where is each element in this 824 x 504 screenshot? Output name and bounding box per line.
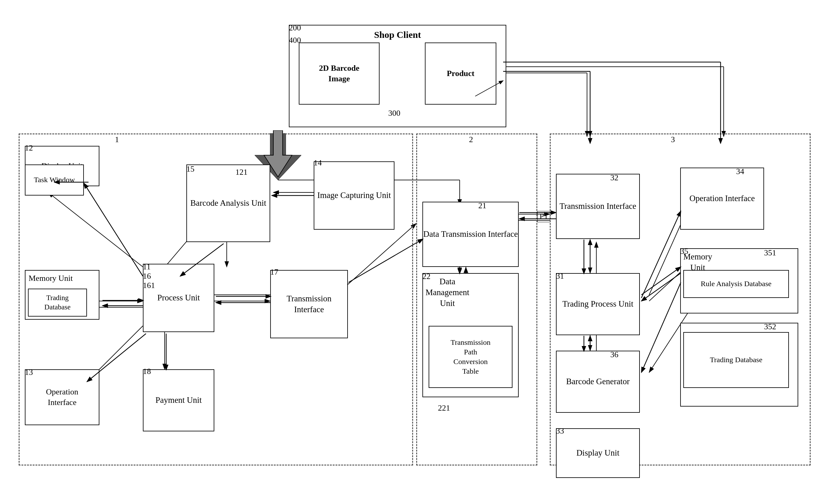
barcode-generator-box: Barcode Generator	[556, 351, 640, 413]
trading-database-label: TradingDatabase	[44, 293, 71, 312]
trading-db-2-label: Trading Database	[710, 355, 762, 365]
transmission-interface-2-box: Transmission Interface	[556, 174, 640, 239]
label-121: 121	[235, 167, 247, 177]
trading-database-box: TradingDatabase	[28, 289, 87, 317]
task-window-label: Task Window	[34, 175, 75, 184]
label-400: 400	[289, 36, 301, 45]
label-221: 221	[438, 403, 450, 413]
label-21: 21	[478, 201, 486, 211]
operation-interface-1-box: OperationInterface	[25, 369, 99, 425]
label-35: 35	[680, 247, 688, 256]
payment-unit-label: Payment Unit	[155, 395, 202, 406]
label-161: 161	[143, 281, 155, 290]
label-32: 32	[610, 173, 618, 182]
label-15: 15	[186, 164, 194, 174]
label-36: 36	[610, 350, 618, 359]
label-17: 17	[270, 267, 278, 277]
product-label: Product	[447, 68, 474, 79]
label-22: 22	[422, 272, 430, 281]
label-2: 2	[469, 135, 473, 144]
barcode-generator-label: Barcode Generator	[566, 376, 630, 387]
trading-db-2-box: Trading Database	[683, 332, 789, 388]
label-33: 33	[556, 426, 564, 436]
transmission-path-box: TransmissionPathConversionTable	[429, 326, 512, 388]
transmission-interface-1-label: Transmission Interface	[271, 293, 347, 315]
label-351: 351	[764, 248, 776, 258]
label-12: 12	[25, 143, 33, 153]
label-3: 3	[671, 135, 675, 144]
label-31: 31	[556, 271, 564, 281]
operation-interface-1-label: OperationInterface	[46, 387, 78, 408]
data-management-label: DataManagementUnit	[425, 276, 469, 309]
label-13: 13	[25, 368, 33, 377]
barcode-image-box: 2D BarcodeImage	[299, 42, 380, 105]
display-unit-2-label: Display Unit	[577, 448, 620, 459]
label-352: 352	[764, 322, 776, 332]
label-300: 300	[388, 109, 400, 118]
data-transmission-box: Data Transmission Interface	[422, 202, 519, 267]
task-window-box: Task Window	[25, 164, 84, 196]
transmission-interface-2-label: Transmission Interface	[559, 201, 636, 212]
image-capturing-box: Image Capturing Unit	[314, 161, 395, 230]
trading-process-label: Trading Process Unit	[562, 298, 634, 309]
trading-process-box: Trading Process Unit	[556, 273, 640, 335]
label-p1: P1	[537, 211, 550, 222]
diagram: Shop Client 2D BarcodeImage Product 200 …	[0, 0, 824, 504]
payment-unit-box: Payment Unit	[143, 369, 214, 431]
label-200: 200	[289, 23, 301, 33]
operation-interface-2-box: Operation Interface	[680, 167, 764, 230]
label-14: 14	[314, 158, 322, 167]
image-capturing-label: Image Capturing Unit	[317, 190, 391, 201]
rule-analysis-box: Rule Analysis Database	[683, 270, 789, 298]
transmission-interface-1-box: Transmission Interface	[270, 270, 348, 338]
barcode-image-label: 2D BarcodeImage	[319, 63, 359, 84]
barcode-analysis-label: Barcode Analysis Unit	[190, 198, 266, 209]
shop-client-label: Shop Client	[374, 28, 421, 41]
process-unit-label: Process Unit	[157, 292, 200, 303]
label-34: 34	[736, 167, 744, 176]
rule-analysis-label: Rule Analysis Database	[701, 279, 771, 289]
transmission-path-label: TransmissionPathConversionTable	[451, 338, 491, 376]
memory-unit-label: Memory Unit	[28, 273, 73, 284]
operation-interface-2-label: Operation Interface	[690, 193, 755, 204]
data-transmission-label: Data Transmission Interface	[423, 229, 518, 240]
label-18: 18	[143, 367, 151, 376]
display-unit-2-box: Display Unit	[556, 428, 640, 478]
barcode-analysis-box: Barcode Analysis Unit	[186, 164, 270, 242]
product-box: Product	[425, 42, 496, 105]
label-11: 11	[143, 262, 150, 271]
process-unit-box: Process Unit	[143, 264, 214, 332]
label-1: 1	[115, 135, 119, 144]
label-16: 16	[143, 271, 151, 281]
